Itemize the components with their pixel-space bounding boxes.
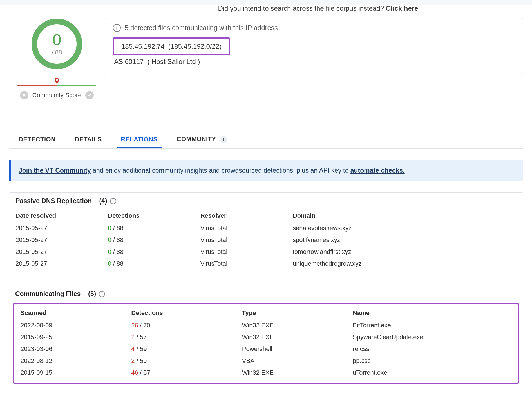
cell-scanned: 2022-08-12 [14,355,125,367]
cell-detections: 4 / 59 [125,343,236,355]
cell-date: 2015-05-27 [9,234,102,246]
cell-name[interactable]: BitTorrent.exe [347,319,518,331]
help-icon[interactable]: i [99,291,105,297]
map-pin-icon [53,77,61,85]
cell-scanned: 2015-09-25 [14,331,125,343]
cell-date: 2015-05-27 [9,246,102,258]
col-detections: Detections [125,307,236,319]
detection-score-ring: 0 / 88 [32,19,82,69]
cell-scanned: 2023-03-06 [14,343,125,355]
table-row: 2023-03-06 4 / 59 Powershell re.css [14,343,518,355]
summary-header: 0 / 88 [9,16,523,99]
detection-score-value: 0 [52,32,61,48]
communicating-files-highlight: Scanned Detections Type Name 2022-08-09 … [13,303,519,384]
communicating-files-section: Communicating Files (5) i Scanned Detect… [9,286,523,384]
info-notice-text: 5 detected files communicating with this… [125,24,278,32]
asn-line: AS 60117 ( Host Sailor Ltd ) [113,58,515,66]
tab-relations[interactable]: RELATIONS [120,131,159,148]
promo-text: and enjoy additional community insights … [91,167,350,174]
asn-number: AS 60117 [114,58,144,65]
check-icon [85,91,94,99]
cell-resolver: VirusTotal [194,246,287,258]
cell-type: Win32 EXE [236,331,347,343]
table-row: 2015-09-25 2 / 57 Win32 EXE SpywareClear… [14,331,518,343]
ip-cidr: (185.45.192.0/22) [168,43,222,50]
table-row: 2015-05-27 0 / 88 VirusTotal senatevotes… [9,222,523,234]
cell-resolver: VirusTotal [194,258,287,270]
cell-date: 2015-05-27 [9,222,102,234]
tab-detection[interactable]: DETECTION [17,131,57,148]
cell-detections: 26 / 70 [125,319,236,331]
cell-detections: 46 / 57 [125,367,236,379]
cell-domain[interactable]: spotifynames.xyz [287,234,523,246]
asn-name: ( Host Sailor Ltd ) [147,58,200,65]
detection-score-total: / 88 [52,49,62,56]
cell-domain[interactable]: tomorrowlandfirst.xyz [287,246,523,258]
search-hint-text: Did you intend to search across the file… [218,5,384,12]
cell-resolver: VirusTotal [194,234,287,246]
cell-domain[interactable]: senatevotesnews.xyz [287,222,523,234]
cell-scanned: 2022-08-09 [14,319,125,331]
tab-details[interactable]: DETAILS [74,131,103,148]
cell-detections: 0 / 88 [102,222,194,234]
cell-type: Win32 EXE [236,319,347,331]
cell-date: 2015-05-27 [9,258,102,270]
ip-info-panel: i 5 detected files communicating with th… [105,18,523,74]
cell-type: Win32 EXE [236,367,347,379]
passive-dns-section: Passive DNS Replication (4) i Date resol… [9,192,523,274]
passive-dns-count: (4) [99,197,107,205]
cell-name[interactable]: re.css [347,343,518,355]
cell-type: VBA [236,355,347,367]
score-column: 0 / 88 [9,16,105,99]
col-name: Name [347,307,518,319]
communicating-files-title: Communicating Files [15,290,81,298]
cell-detections: 0 / 88 [102,258,194,270]
cell-detections: 0 / 88 [102,234,194,246]
info-icon: i [113,24,121,32]
join-community-banner: Join the VT Community and enjoy addition… [9,160,523,181]
cell-resolver: VirusTotal [194,222,287,234]
community-score-label: Community Score [32,92,82,99]
cell-name[interactable]: pp.css [347,355,518,367]
cell-name[interactable]: SpywareClearUpdate.exe [347,331,518,343]
col-type: Type [236,307,347,319]
tab-community[interactable]: COMMUNITY 1 [176,130,229,148]
tab-bar: DETECTION DETAILS RELATIONS COMMUNITY 1 [9,130,523,149]
col-detections: Detections [102,210,194,222]
table-row: 2015-09-15 46 / 57 Win32 EXE uTorrent.ex… [14,367,518,379]
ip-address-box: 185.45.192.74 (185.45.192.0/22) [113,37,230,55]
help-icon[interactable]: i [110,198,116,204]
tab-community-badge: 1 [220,136,227,143]
gauge-positive [57,85,96,86]
ip-address: 185.45.192.74 [121,43,164,50]
gauge-negative [17,85,57,86]
cell-name[interactable]: uTorrent.exe [347,367,518,379]
col-domain: Domain [287,210,523,222]
cell-detections: 0 / 88 [102,246,194,258]
col-date-resolved: Date resolved [9,210,102,222]
col-scanned: Scanned [14,307,125,319]
automate-checks-link[interactable]: automate checks. [350,167,405,174]
table-row: 2015-05-27 0 / 88 VirusTotal uniquemetho… [9,258,523,270]
cell-scanned: 2015-09-15 [14,367,125,379]
search-hint: Did you intend to search across the file… [104,5,532,16]
passive-dns-table: Date resolved Detections Resolver Domain… [9,210,523,270]
table-row: 2022-08-09 26 / 70 Win32 EXE BitTorrent.… [14,319,518,331]
cell-domain[interactable]: uniquemethodregrow.xyz [287,258,523,270]
communicating-files-table: Scanned Detections Type Name 2022-08-09 … [14,307,518,379]
passive-dns-title: Passive DNS Replication [15,197,92,205]
cell-detections: 2 / 59 [125,355,236,367]
table-row: 2015-05-27 0 / 88 VirusTotal tomorrowlan… [9,246,523,258]
col-resolver: Resolver [194,210,287,222]
cell-type: Powershell [236,343,347,355]
table-row: 2022-08-12 2 / 59 VBA pp.css [14,355,518,367]
table-row: 2015-05-27 0 / 88 VirusTotal spotifyname… [9,234,523,246]
search-hint-link[interactable]: Click here [386,5,418,12]
tab-community-label: COMMUNITY [177,135,216,143]
join-community-link[interactable]: Join the VT Community [19,167,91,174]
cell-detections: 2 / 57 [125,331,236,343]
community-score-gauge: Community Score [9,77,105,99]
communicating-files-count: (5) [88,290,96,298]
x-icon [20,91,28,99]
